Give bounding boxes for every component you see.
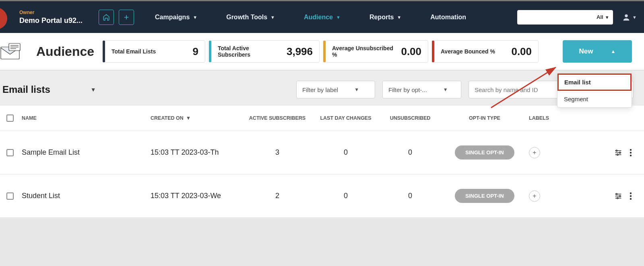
- new-dd-email-list[interactable]: Email list: [557, 74, 632, 91]
- user-menu[interactable]: ▼: [622, 13, 637, 22]
- svg-point-14: [630, 154, 632, 156]
- nav-label: Audience: [304, 14, 333, 21]
- stat-label: Total Active Subscribers: [218, 45, 281, 58]
- new-button-label: New: [579, 47, 593, 55]
- stat-active-subs: Total Active Subscribers 3,996: [211, 40, 320, 63]
- home-icon: [103, 14, 110, 21]
- chevron-down-icon: ▼: [632, 15, 637, 20]
- add-label-button[interactable]: +: [529, 190, 540, 202]
- stat-value: 0.00: [511, 45, 532, 58]
- stat-bar-icon: [103, 41, 105, 62]
- stat-value: 0.00: [401, 45, 421, 58]
- svg-point-20: [630, 198, 632, 199]
- row-active: 2: [243, 192, 312, 200]
- stat-label: Average Bounced %: [441, 48, 495, 55]
- nav-campaigns[interactable]: Campaigns▼: [155, 14, 197, 21]
- settings-icon[interactable]: [614, 192, 622, 200]
- svg-point-16: [619, 195, 621, 196]
- chevron-down-icon: ▼: [193, 15, 197, 20]
- svg-point-19: [630, 195, 632, 196]
- svg-point-15: [616, 193, 617, 194]
- owner-name: Demo Portal u92...: [19, 16, 83, 25]
- select-all-checkbox[interactable]: [6, 115, 14, 122]
- row-created: 15:03 TT 2023-03-We: [151, 192, 243, 200]
- new-dropdown: Email list Segment: [557, 73, 632, 108]
- filter-by-optin[interactable]: Filter by opt-... ▼: [382, 81, 461, 98]
- add-button[interactable]: [119, 10, 134, 25]
- home-button[interactable]: [99, 10, 114, 25]
- stat-bar-icon: [432, 41, 434, 62]
- search-scope-label: All: [597, 14, 603, 20]
- section-title[interactable]: Email lists ▼: [2, 84, 96, 95]
- nav-audience[interactable]: Audience▼: [304, 14, 341, 21]
- top-nav: Owner Demo Portal u92... Campaigns▼ Grow…: [0, 0, 644, 33]
- col-unsub[interactable]: UNSUBSCRIBED: [380, 115, 440, 121]
- more-icon[interactable]: [630, 149, 632, 157]
- settings-icon[interactable]: [614, 149, 622, 157]
- stat-bounced: Average Bounced % 0.00: [434, 40, 539, 63]
- chevron-down-icon: ▼: [186, 115, 191, 121]
- global-search-input[interactable]: [524, 14, 594, 20]
- nav-growth[interactable]: Growth Tools▼: [226, 14, 275, 21]
- col-name[interactable]: NAME: [22, 115, 151, 121]
- chevron-down-icon: ▼: [270, 15, 275, 20]
- table-row[interactable]: Sample Email List 15:03 TT 2023-03-Th 3 …: [0, 131, 644, 174]
- nav-reports[interactable]: Reports▼: [369, 14, 401, 21]
- chevron-down-icon: ▼: [354, 87, 359, 92]
- stat-value: 9: [193, 45, 198, 58]
- row-name[interactable]: Sample Email List: [22, 148, 151, 157]
- optin-badge: SINGLE OPT-IN: [455, 189, 514, 203]
- nav-label: Automation: [430, 14, 466, 21]
- stat-bar-icon: [323, 41, 326, 62]
- global-search[interactable]: All▼: [517, 10, 613, 25]
- row-checkbox[interactable]: [6, 149, 14, 156]
- row-created: 15:03 TT 2023-03-Th: [151, 148, 243, 157]
- add-label-button[interactable]: +: [529, 147, 540, 158]
- svg-point-18: [630, 192, 632, 194]
- filter-label: Filter by label: [302, 86, 338, 93]
- svg-point-9: [616, 150, 617, 151]
- row-active: 3: [243, 148, 312, 157]
- new-button[interactable]: New ▲: [563, 40, 632, 63]
- row-name[interactable]: Student List: [22, 192, 151, 200]
- svg-point-12: [630, 149, 632, 150]
- nav-automation[interactable]: Automation: [430, 14, 466, 21]
- nav-label: Campaigns: [155, 14, 190, 21]
- lists-table: NAME CREATED ON▼ ACTIVE SUBSCRIBERS LAST…: [0, 106, 644, 218]
- filter-by-label[interactable]: Filter by label ▼: [296, 81, 375, 98]
- chevron-down-icon: ▼: [91, 86, 96, 93]
- table-row[interactable]: Student List 15:03 TT 2023-03-We 2 0 0 S…: [0, 174, 644, 218]
- search-scope[interactable]: All▼: [597, 14, 609, 20]
- svg-point-11: [617, 154, 618, 155]
- col-created[interactable]: CREATED ON▼: [151, 115, 243, 121]
- stat-bar-icon: [209, 41, 211, 62]
- chevron-down-icon: ▼: [443, 87, 448, 92]
- stat-value: 3,996: [287, 45, 313, 58]
- mail-icon: [0, 43, 26, 60]
- svg-point-17: [617, 197, 618, 198]
- stat-label: Average Unsubscribed %: [332, 45, 395, 58]
- row-unsub: 0: [380, 148, 440, 157]
- col-active[interactable]: ACTIVE SUBSCRIBERS: [243, 115, 312, 121]
- chevron-down-icon: ▼: [397, 15, 401, 20]
- nav-links: Campaigns▼ Growth Tools▼ Audience▼ Repor…: [155, 14, 466, 21]
- col-optin: OPT-IN TYPE: [440, 115, 529, 121]
- nav-label: Reports: [369, 14, 394, 21]
- row-checkbox[interactable]: [6, 192, 14, 200]
- col-lastday[interactable]: LAST DAY CHANGES: [312, 115, 380, 121]
- user-icon: [622, 13, 631, 22]
- section-title-label: Email lists: [2, 84, 50, 95]
- filter-label: Filter by opt-...: [388, 86, 427, 93]
- stat-unsub: Average Unsubscribed % 0.00: [325, 40, 428, 63]
- col-labels: LABELS: [529, 115, 597, 121]
- nav-label: Growth Tools: [226, 14, 267, 21]
- svg-point-1: [625, 14, 627, 17]
- svg-point-10: [619, 152, 621, 153]
- owner-label: Owner: [19, 10, 83, 15]
- more-icon[interactable]: [630, 192, 632, 200]
- row-lastday: 0: [312, 148, 380, 157]
- stats-bar: Audience Total Email Lists 9 Total Activ…: [0, 33, 644, 70]
- new-dd-segment[interactable]: Segment: [557, 91, 632, 107]
- owner-block[interactable]: Owner Demo Portal u92...: [0, 10, 83, 25]
- stats-left: Audience: [0, 43, 99, 60]
